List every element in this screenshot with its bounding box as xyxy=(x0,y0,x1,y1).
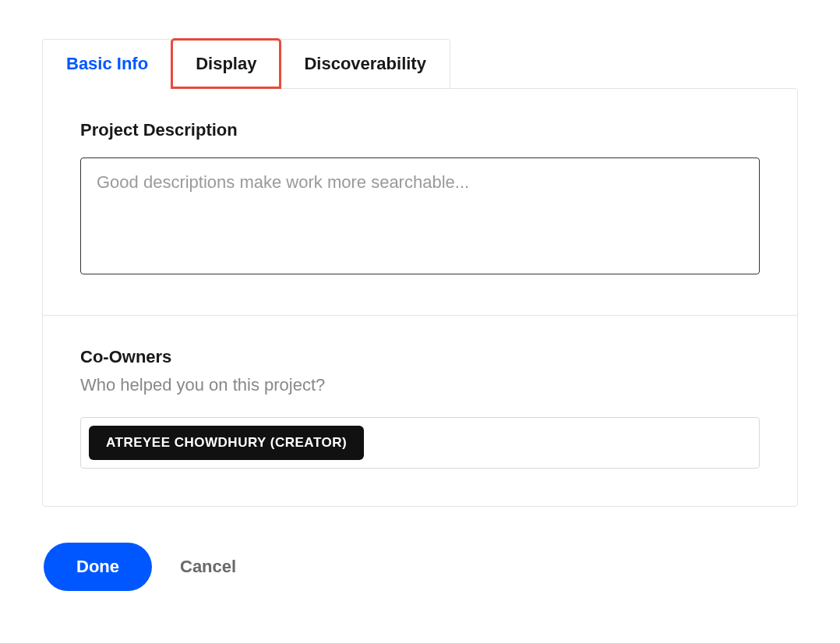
tab-content: Project Description Co-Owners Who helped… xyxy=(42,88,798,507)
settings-panel: Basic Info Display Discoverability Proje… xyxy=(0,0,840,591)
tab-basic-info[interactable]: Basic Info xyxy=(42,39,172,89)
description-label: Project Description xyxy=(80,120,760,140)
tabs-bar: Basic Info Display Discoverability xyxy=(42,39,798,88)
cancel-button[interactable]: Cancel xyxy=(180,557,236,577)
coowner-chip[interactable]: ATREYEE CHOWDHURY (CREATOR) xyxy=(89,426,364,460)
description-input[interactable] xyxy=(80,157,760,274)
done-button[interactable]: Done xyxy=(44,543,152,591)
tab-display[interactable]: Display xyxy=(171,39,281,88)
coowners-sublabel: Who helped you on this project? xyxy=(80,375,760,395)
tab-discoverability[interactable]: Discoverability xyxy=(280,39,450,88)
description-section: Project Description xyxy=(43,89,797,315)
coowners-label: Co-Owners xyxy=(80,347,760,367)
coowners-input[interactable]: ATREYEE CHOWDHURY (CREATOR) xyxy=(80,417,760,469)
coowners-section: Co-Owners Who helped you on this project… xyxy=(43,315,797,506)
footer-actions: Done Cancel xyxy=(42,543,798,591)
